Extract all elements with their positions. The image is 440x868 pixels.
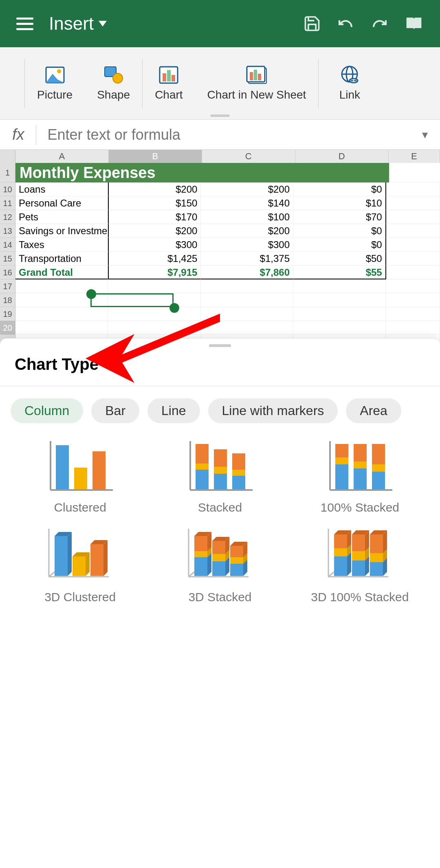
cell[interactable]: Savings or Investments — [15, 224, 108, 238]
cell[interactable] — [386, 266, 440, 279]
topbar-right — [303, 15, 424, 33]
app-topbar: Insert — [0, 0, 440, 47]
cell[interactable]: Pets — [15, 210, 108, 224]
col-header-d[interactable]: D — [295, 150, 389, 163]
chart-type-option[interactable]: Clustered — [12, 437, 148, 514]
cell[interactable]: $55 — [293, 266, 386, 279]
svg-rect-32 — [232, 453, 245, 470]
table-row[interactable]: 12 Pets $170 $100 $70 — [0, 210, 440, 224]
svg-rect-35 — [335, 464, 348, 489]
chart-category-tab[interactable]: Bar — [91, 398, 139, 423]
cell[interactable]: Personal Care — [15, 196, 108, 210]
svg-rect-42 — [372, 464, 385, 472]
svg-rect-24 — [196, 470, 209, 489]
svg-rect-27 — [214, 474, 227, 489]
chart-type-label: 3D Clustered — [44, 590, 116, 604]
chart-type-option[interactable]: 100% Stacked — [292, 437, 428, 514]
cell[interactable] — [386, 252, 440, 266]
ribbon-drag-handle[interactable] — [210, 114, 230, 117]
table-row[interactable]: 16 Grand Total $7,915 $7,860 $55 — [0, 266, 440, 279]
cell[interactable]: $100 — [201, 210, 293, 224]
cell[interactable]: $7,860 — [201, 266, 293, 279]
table-row[interactable]: 11 Personal Care $150 $140 $10 — [0, 196, 440, 210]
cell[interactable] — [386, 182, 440, 196]
cell[interactable]: $170 — [108, 210, 201, 224]
insert-chart-button[interactable]: Chart — [143, 59, 195, 108]
sheet-title-cell[interactable]: Monthly Expenses — [15, 163, 389, 182]
ribbon-label: Shape — [97, 88, 130, 101]
col-header-c[interactable]: C — [202, 150, 295, 163]
svg-rect-31 — [232, 470, 245, 476]
cell[interactable]: Grand Total — [15, 266, 108, 279]
cell[interactable]: $200 — [201, 224, 293, 238]
cell[interactable]: $300 — [201, 238, 293, 252]
cell[interactable]: $0 — [293, 224, 386, 238]
cell[interactable]: $0 — [293, 182, 386, 196]
col-header-e[interactable]: E — [389, 150, 440, 163]
svg-rect-10 — [250, 72, 253, 80]
chart-options-grid: ClusteredStacked100% Stacked3D Clustered… — [0, 433, 440, 616]
cell[interactable]: $10 — [293, 196, 386, 210]
ribbon-label: Chart in New Sheet — [207, 88, 306, 101]
svg-point-1 — [57, 69, 61, 73]
cell[interactable]: Loans — [15, 182, 108, 196]
col-header-a[interactable]: A — [15, 150, 109, 163]
cell[interactable]: $1,375 — [201, 252, 293, 266]
col-header-b[interactable]: B — [109, 150, 202, 163]
ribbon-tab-dropdown[interactable]: Insert — [49, 13, 107, 34]
cell[interactable] — [386, 196, 440, 210]
cell[interactable]: Taxes — [15, 238, 108, 252]
undo-icon[interactable] — [336, 15, 355, 32]
insert-shape-button[interactable]: Shape — [85, 59, 142, 108]
cell[interactable] — [386, 238, 440, 252]
annotation-arrow — [86, 310, 224, 383]
insert-picture-button[interactable]: Picture — [25, 59, 85, 108]
chart-type-option[interactable]: 3D Clustered — [12, 527, 148, 604]
selection-handle-tl[interactable] — [86, 289, 96, 299]
insert-link-button[interactable]: Link — [319, 59, 381, 108]
cell[interactable]: $150 — [108, 196, 201, 210]
cell[interactable] — [386, 224, 440, 238]
table-row[interactable]: 18 — [0, 293, 440, 307]
table-row[interactable]: 14 Taxes $300 $300 $0 — [0, 238, 440, 252]
chart-type-label: Clustered — [54, 501, 106, 514]
chart-category-tab[interactable]: Column — [11, 398, 83, 423]
chart-type-option[interactable]: 3D Stacked — [152, 527, 288, 604]
insert-chart-new-sheet-button[interactable]: Chart in New Sheet — [195, 59, 319, 108]
chart-type-option[interactable]: 3D 100% Stacked — [292, 527, 428, 604]
fx-icon[interactable]: fx — [12, 126, 24, 143]
cell-selection[interactable] — [90, 293, 174, 307]
table-row[interactable]: 13 Savings or Investments $200 $200 $0 — [0, 224, 440, 238]
cell[interactable]: $200 — [108, 224, 201, 238]
cell[interactable]: Transportation — [15, 252, 108, 266]
chart-category-tab[interactable]: Line — [147, 398, 200, 423]
chevron-down-icon[interactable]: ▾ — [422, 128, 428, 141]
table-row[interactable]: 10 Loans $200 $200 $0 — [0, 182, 440, 196]
chart-category-tab[interactable]: Line with markers — [208, 398, 338, 423]
book-icon[interactable] — [404, 15, 424, 33]
cell[interactable]: $140 — [201, 196, 293, 210]
cell[interactable]: $300 — [108, 238, 201, 252]
cell[interactable] — [386, 210, 440, 224]
table-row[interactable]: 15 Transportation $1,425 $1,375 $50 — [0, 252, 440, 266]
column-headers[interactable]: A B C D E — [0, 150, 440, 163]
table-row[interactable]: 17 — [0, 279, 440, 293]
cell[interactable]: $7,915 — [108, 266, 201, 279]
cell[interactable]: $50 — [293, 252, 386, 266]
save-icon[interactable] — [303, 15, 321, 33]
cell[interactable]: $70 — [293, 210, 386, 224]
svg-rect-25 — [196, 464, 209, 470]
menu-icon[interactable] — [16, 18, 33, 30]
cell[interactable]: $200 — [201, 182, 293, 196]
svg-line-52 — [328, 572, 334, 577]
redo-icon[interactable] — [370, 15, 389, 32]
cell[interactable]: $1,425 — [108, 252, 201, 266]
cell[interactable]: $0 — [293, 238, 386, 252]
svg-rect-41 — [372, 472, 385, 489]
chart-type-panel: Chart Type ColumnBarLineLine with marker… — [0, 338, 440, 868]
chart-category-tab[interactable]: Area — [346, 398, 401, 423]
svg-rect-20 — [74, 468, 87, 489]
formula-input[interactable] — [48, 126, 411, 143]
cell[interactable]: $200 — [108, 182, 201, 196]
chart-type-option[interactable]: Stacked — [152, 437, 288, 514]
